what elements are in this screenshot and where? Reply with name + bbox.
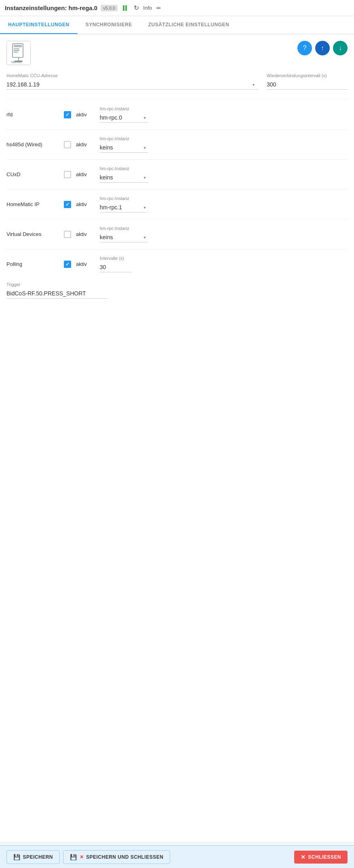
- save-label: SPEICHERN: [23, 854, 53, 860]
- close-x-icon: ✕: [80, 854, 84, 860]
- polling-name: Polling: [6, 261, 59, 267]
- help-button[interactable]: ?: [297, 41, 312, 55]
- aktiv-label-hs485d: aktiv: [76, 141, 87, 147]
- checkbox-homematic-ip[interactable]: [64, 201, 71, 208]
- close-icon: ✕: [301, 854, 306, 860]
- main-content: ioBroker ? ↑ ↓ HomeMatic CCU-Adresse 192…: [0, 34, 354, 842]
- tabs-container: HAUPTEINSTELLUNGEN SYNCHRONISIERE ZUSÄTZ…: [0, 16, 354, 34]
- checkbox-polling[interactable]: [64, 261, 71, 268]
- close-label: SCHLIESSEN: [308, 854, 341, 860]
- device-name-rfd: rfd: [6, 112, 59, 118]
- checkbox-cuxd[interactable]: [64, 171, 71, 178]
- device-row-hs485d: hs485d (Wired) aktiv hm-rpc-Instanz kein…: [6, 136, 348, 153]
- ccu-address-field: HomeMatic CCU-Adresse 192.168.1.19: [6, 73, 259, 90]
- aktiv-label-homematic-ip: aktiv: [76, 201, 87, 207]
- save-icon: 💾: [13, 854, 21, 860]
- refresh-icon[interactable]: ↻: [132, 4, 140, 12]
- svg-rect-1: [14, 45, 22, 47]
- ccu-address-select-wrapper[interactable]: 192.168.1.19: [6, 80, 259, 90]
- close-button[interactable]: ✕ SCHLIESSEN: [294, 851, 348, 864]
- device-section-hs485d: hs485d (Wired) aktiv hm-rpc-Instanz kein…: [6, 129, 348, 159]
- polling-row: Polling aktiv Intervalle (s) 30: [6, 256, 348, 272]
- upload-button[interactable]: ↑: [315, 41, 330, 55]
- svg-text:ioBroker: ioBroker: [11, 61, 22, 63]
- virtual-hm-rpc-select-wrapper[interactable]: keins hm-rpc.0: [100, 232, 148, 242]
- device-row-homematic-ip: HomeMatic IP aktiv hm-rpc-Instanz hm-rpc…: [6, 196, 348, 213]
- save-close-button[interactable]: 💾 ✕ SPEICHERN UND SCHLIESSEN: [63, 850, 170, 864]
- tab-haupteinstellungen[interactable]: HAUPTEINSTELLUNGEN: [0, 16, 78, 34]
- cuxd-hm-rpc-select[interactable]: keins hm-rpc.0: [100, 173, 148, 183]
- ccu-reconnect-row: HomeMatic CCU-Adresse 192.168.1.19 Wiede…: [6, 73, 348, 90]
- checkbox-rfd[interactable]: [64, 111, 71, 118]
- device-row-rfd: rfd aktiv hm-rpc-Instanz hm-rpc.0 keins: [6, 106, 348, 123]
- bottom-bar: 💾 SPEICHERN 💾 ✕ SPEICHERN UND SCHLIESSEN…: [0, 845, 354, 868]
- reconnect-field: Wiederverbindungsintervall (s) 300: [267, 73, 348, 90]
- header: Instanzeinstellungen: hm-rega.0 v5.0.0 ↻…: [0, 0, 354, 16]
- device-section-homematic-ip: HomeMatic IP aktiv hm-rpc-Instanz hm-rpc…: [6, 189, 348, 219]
- reconnect-input[interactable]: 300: [267, 80, 348, 90]
- svg-rect-4: [14, 52, 18, 53]
- trigger-input[interactable]: BidCoS-RF.50.PRESS_SHORT: [6, 289, 107, 299]
- homematic-ip-hm-rpc-select[interactable]: hm-rpc.1 keins hm-rpc.0: [100, 202, 148, 213]
- aktiv-label-cuxd: aktiv: [76, 171, 87, 177]
- svg-rect-2: [14, 48, 19, 49]
- ccu-address-input[interactable]: 192.168.1.19: [6, 80, 259, 90]
- svg-rect-3: [14, 50, 19, 51]
- polling-interval-group: Intervalle (s) 30: [100, 256, 132, 272]
- aktiv-label-polling: aktiv: [76, 261, 87, 267]
- logo-box: ioBroker: [6, 41, 31, 65]
- ccu-address-label: HomeMatic CCU-Adresse: [6, 73, 259, 78]
- info-button[interactable]: Info: [143, 4, 152, 12]
- logo-actions-row: ioBroker ? ↑ ↓: [6, 41, 348, 65]
- cuxd-hm-rpc-label: hm-rpc-Instanz: [100, 166, 148, 171]
- device-row-cuxd: CUxD aktiv hm-rpc-Instanz keins hm-rpc.0: [6, 166, 348, 183]
- logo-svg: ioBroker: [11, 43, 27, 63]
- trigger-label: Trigger: [6, 282, 348, 287]
- rfd-hm-rpc-select-wrapper[interactable]: hm-rpc.0 keins: [100, 113, 148, 123]
- homematic-ip-hm-rpc-select-wrapper[interactable]: hm-rpc.1 keins hm-rpc.0: [100, 202, 148, 213]
- device-row-virtual: Virtual Devices aktiv hm-rpc-Instanz kei…: [6, 226, 348, 242]
- save-close-icon: 💾: [70, 854, 77, 860]
- version-badge: v5.0.0: [101, 5, 118, 11]
- reconnect-label: Wiederverbindungsintervall (s): [267, 73, 348, 78]
- edit-icon[interactable]: ✏: [155, 4, 163, 12]
- cuxd-hm-rpc-select-wrapper[interactable]: keins hm-rpc.0: [100, 173, 148, 183]
- device-name-homematic-ip: HomeMatic IP: [6, 201, 59, 207]
- rfd-hm-rpc-label: hm-rpc-Instanz: [100, 106, 148, 111]
- homematic-ip-hm-rpc-group: hm-rpc-Instanz hm-rpc.1 keins hm-rpc.0: [100, 196, 148, 213]
- device-name-cuxd: CUxD: [6, 171, 59, 177]
- virtual-hm-rpc-group: hm-rpc-Instanz keins hm-rpc.0: [100, 226, 148, 242]
- page-title: Instanzeinstellungen: hm-rega.0: [5, 4, 97, 11]
- device-section-virtual: Virtual Devices aktiv hm-rpc-Instanz kei…: [6, 219, 348, 249]
- polling-interval-input[interactable]: 30: [100, 262, 132, 272]
- polling-section: Polling aktiv Intervalle (s) 30: [6, 249, 348, 279]
- hs485d-hm-rpc-group: hm-rpc-Instanz keins hm-rpc.0: [100, 136, 148, 153]
- tab-synchronisiere[interactable]: SYNCHRONISIERE: [78, 16, 140, 34]
- play-icon[interactable]: [121, 4, 129, 12]
- checkbox-hs485d[interactable]: [64, 141, 71, 148]
- save-close-label: SPEICHERN UND SCHLIESSEN: [86, 854, 163, 860]
- polling-interval-label: Intervalle (s): [100, 256, 132, 261]
- device-section-cuxd: CUxD aktiv hm-rpc-Instanz keins hm-rpc.0: [6, 159, 348, 189]
- aktiv-label-rfd: aktiv: [76, 112, 87, 118]
- download-button[interactable]: ↓: [333, 41, 348, 55]
- virtual-hm-rpc-label: hm-rpc-Instanz: [100, 226, 148, 231]
- virtual-hm-rpc-select[interactable]: keins hm-rpc.0: [100, 232, 148, 242]
- trigger-section: Trigger BidCoS-RF.50.PRESS_SHORT: [6, 279, 348, 302]
- homematic-ip-hm-rpc-label: hm-rpc-Instanz: [100, 196, 148, 201]
- checkbox-virtual[interactable]: [64, 231, 71, 238]
- hs485d-hm-rpc-select-wrapper[interactable]: keins hm-rpc.0: [100, 143, 148, 153]
- rfd-hm-rpc-group: hm-rpc-Instanz hm-rpc.0 keins: [100, 106, 148, 123]
- rfd-hm-rpc-select[interactable]: hm-rpc.0 keins: [100, 113, 148, 123]
- tab-zusaetzliche[interactable]: ZUSÄTZLICHE EINSTELLUNGEN: [140, 16, 238, 34]
- hs485d-hm-rpc-label: hm-rpc-Instanz: [100, 136, 148, 141]
- cuxd-hm-rpc-group: hm-rpc-Instanz keins hm-rpc.0: [100, 166, 148, 183]
- action-buttons: ? ↑ ↓: [297, 41, 348, 55]
- device-name-hs485d: hs485d (Wired): [6, 141, 59, 147]
- device-name-virtual: Virtual Devices: [6, 231, 59, 237]
- save-button[interactable]: 💾 SPEICHERN: [6, 850, 60, 864]
- aktiv-label-virtual: aktiv: [76, 231, 87, 237]
- device-section-rfd: rfd aktiv hm-rpc-Instanz hm-rpc.0 keins: [6, 99, 348, 129]
- hs485d-hm-rpc-select[interactable]: keins hm-rpc.0: [100, 143, 148, 153]
